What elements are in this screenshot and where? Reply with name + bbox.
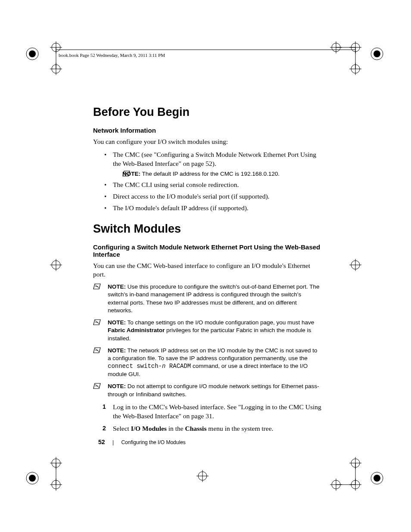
note-icon: [93, 283, 101, 289]
step-text: in the: [167, 425, 185, 432]
note-text: The network IP address set on the I/O mo…: [108, 347, 318, 361]
note-block: NOTE: Use this procedure to configure th…: [93, 283, 321, 314]
step-bold: Chassis: [185, 425, 206, 432]
list-item: The CMC (see "Configuring a Switch Modul…: [113, 150, 321, 178]
header-rule: [56, 50, 355, 50]
note-block: NOTE: Do not attempt to configure I/O mo…: [93, 383, 321, 398]
heading-switch-modules: Switch Modules: [93, 222, 321, 236]
note-command: RACADM: [165, 363, 191, 370]
note-text: Do not attempt to configure I/O module n…: [108, 383, 319, 397]
heading-before-you-begin: Before You Begin: [93, 106, 321, 119]
step-text: menu in the system tree.: [206, 425, 273, 432]
list-item-text: The CMC (see "Configuring a Switch Modul…: [113, 151, 316, 167]
note-icon: [93, 383, 101, 389]
note-text: To change settings on the I/O module con…: [128, 319, 314, 326]
subheading-configuring-switch: Configuring a Switch Module Network Ethe…: [93, 243, 321, 258]
note-icon: [93, 347, 101, 353]
note-text: Use this procedure to configure the swit…: [108, 283, 320, 314]
svg-point-1: [29, 50, 36, 57]
step-item: Log in to the CMC's Web-based interface.…: [113, 403, 321, 421]
page-content: Before You Begin Network Information You…: [93, 106, 321, 437]
footer-separator: |: [112, 439, 114, 445]
note-label: NOTE:: [108, 283, 126, 290]
note-bold: Fabric Administrator: [108, 327, 165, 333]
note-icon: [122, 171, 130, 177]
note-label: NOTE:: [108, 319, 126, 326]
svg-point-52: [374, 475, 380, 482]
note-text: The default IP address for the CMC is 19…: [142, 171, 280, 177]
page-footer: 52 | Configuring the I/O Modules: [98, 439, 186, 445]
list-item: The I/O module's default IP address (if …: [113, 204, 321, 213]
note-label: NOTE:: [108, 347, 126, 354]
steps-list: Log in to the CMC's Web-based interface.…: [93, 403, 321, 433]
config-methods-list: The CMC (see "Configuring a Switch Modul…: [93, 150, 321, 213]
step-item: Select I/O Modules in the Chassis menu i…: [113, 424, 321, 433]
crop-mark-icon: [24, 39, 88, 82]
crop-mark-icon: [43, 256, 69, 274]
intro-paragraph: You can configure your I/O switch module…: [93, 137, 321, 146]
body-paragraph: You can use the CMC Web-based interface …: [93, 261, 321, 279]
crop-mark-icon: [323, 454, 388, 498]
crop-mark-icon: [24, 454, 88, 498]
note-block: NOTE: To change settings on the I/O modu…: [93, 319, 321, 342]
svg-point-36: [29, 475, 36, 482]
subheading-network-information: Network Information: [93, 127, 321, 134]
crop-mark-icon: [323, 39, 388, 82]
note-icon: [93, 319, 101, 325]
step-bold: I/O Modules: [131, 425, 167, 432]
list-item: Direct access to the I/O module's serial…: [113, 192, 321, 201]
step-text: Select: [113, 425, 131, 432]
list-item: The CMC CLI using serial console redirec…: [113, 180, 321, 190]
crop-mark-icon: [190, 467, 215, 485]
svg-point-17: [374, 50, 380, 57]
footer-title: Configuring the I/O Modules: [121, 439, 185, 445]
page-number: 52: [98, 439, 105, 445]
note-label: NOTE:: [108, 383, 126, 389]
note-command: connect switch-: [108, 363, 162, 370]
note-block: NOTE: The network IP address set on the …: [93, 347, 321, 379]
crop-mark-icon: [342, 256, 368, 274]
note-inline: NOTE: The default IP address for the CMC…: [122, 170, 321, 178]
